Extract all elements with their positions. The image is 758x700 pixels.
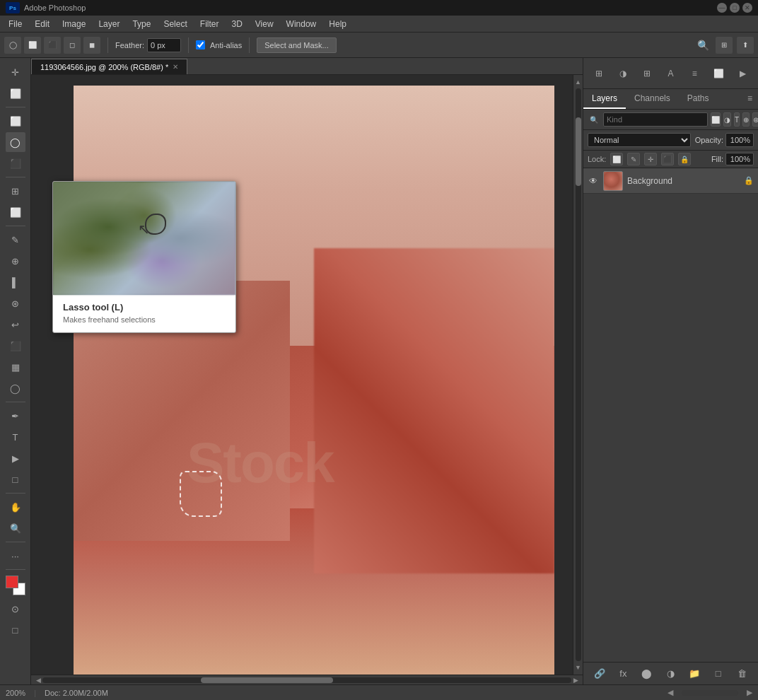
delete-layer-btn[interactable]: 🗑 bbox=[734, 666, 750, 682]
panel-color-icon[interactable]: ◑ bbox=[613, 64, 633, 83]
toolbar-tool-option2[interactable]: ⬛ bbox=[44, 37, 61, 54]
new-layer-btn[interactable]: □ bbox=[711, 666, 726, 682]
tab-channels[interactable]: Channels bbox=[626, 89, 679, 109]
maximize-button[interactable]: □ bbox=[730, 3, 740, 13]
search-button[interactable]: 🔍 bbox=[694, 37, 711, 54]
history-brush[interactable]: ↩ bbox=[6, 315, 25, 334]
menu-window[interactable]: Window bbox=[281, 17, 322, 31]
change-screen-mode[interactable]: □ bbox=[6, 620, 25, 640]
panel-align-icon[interactable]: ≡ bbox=[684, 64, 704, 83]
foreground-background-colors[interactable] bbox=[6, 576, 25, 595]
tab-paths[interactable]: Paths bbox=[679, 89, 718, 109]
layers-search-input[interactable] bbox=[603, 112, 708, 127]
select-mask-button[interactable]: Select and Mask... bbox=[257, 37, 337, 53]
toolbar-tool-option1[interactable]: ⬜ bbox=[24, 37, 41, 54]
lock-all-btn[interactable]: 🔒 bbox=[678, 153, 691, 165]
tab-layers[interactable]: Layers bbox=[583, 89, 626, 109]
filter-smart-btn[interactable]: ⊛ bbox=[752, 112, 758, 127]
lock-position-btn[interactable]: ✛ bbox=[644, 153, 657, 165]
menu-help[interactable]: Help bbox=[323, 17, 352, 31]
window-controls[interactable]: — □ ✕ bbox=[717, 3, 752, 13]
filter-pixel-btn[interactable]: ⬜ bbox=[711, 112, 721, 127]
menu-filter[interactable]: Filter bbox=[194, 17, 225, 31]
filter-shape-btn[interactable]: ⊕ bbox=[742, 112, 750, 127]
marquee-tool[interactable]: ⬜ bbox=[6, 111, 25, 131]
minimize-button[interactable]: — bbox=[717, 3, 727, 13]
quick-mask-btn[interactable]: ⊙ bbox=[6, 599, 25, 619]
filter-adj-btn[interactable]: ◑ bbox=[723, 112, 731, 127]
canvas-vscrollbar[interactable]: ▲ ▼ bbox=[573, 75, 583, 675]
panel-learn-icon[interactable]: ▶ bbox=[733, 64, 752, 83]
canvas-tab-active[interactable]: 1193064566.jpg @ 200% (RGB/8#) * ✕ bbox=[31, 59, 187, 74]
foreground-color[interactable] bbox=[6, 576, 18, 588]
dodge-tool[interactable]: ◯ bbox=[6, 378, 25, 398]
workspace-button[interactable]: ⊞ bbox=[716, 37, 733, 54]
eraser-tool[interactable]: ⬛ bbox=[6, 336, 25, 356]
artboard-tool[interactable]: ⬜ bbox=[6, 83, 25, 103]
menu-file[interactable]: File bbox=[3, 17, 28, 31]
antialias-checkbox[interactable] bbox=[196, 40, 205, 49]
hand-tool[interactable]: ✋ bbox=[6, 497, 25, 517]
hscroll-thumb[interactable] bbox=[201, 677, 333, 683]
panel-layer-comp-icon[interactable]: ⬜ bbox=[709, 64, 728, 83]
panel-char-icon[interactable]: A bbox=[661, 64, 681, 83]
pen-tool[interactable]: ✒ bbox=[6, 406, 25, 426]
move-tool[interactable]: ✛ bbox=[6, 62, 25, 82]
gradient-tool[interactable]: ▦ bbox=[6, 357, 25, 377]
lock-artboard-btn[interactable]: ⬛ bbox=[661, 153, 674, 165]
layers-panel-menu[interactable]: ≡ bbox=[742, 89, 758, 109]
filter-text-btn[interactable]: T bbox=[734, 112, 740, 127]
add-mask-btn[interactable]: ⬤ bbox=[639, 666, 655, 682]
frame-tool[interactable]: ⬜ bbox=[6, 202, 25, 222]
share-button[interactable]: ⬆ bbox=[737, 37, 754, 54]
blend-mode-select[interactable]: Normal Multiply Screen bbox=[588, 133, 691, 147]
feather-input[interactable] bbox=[147, 38, 181, 52]
add-group-btn[interactable]: 📁 bbox=[687, 666, 702, 682]
panel-history-icon[interactable]: ⊞ bbox=[637, 64, 657, 83]
menu-layer[interactable]: Layer bbox=[93, 17, 125, 31]
canvas-hscrollbar[interactable]: ◀ ▶ bbox=[31, 675, 583, 684]
vscroll-up-arrow[interactable]: ▲ bbox=[574, 78, 583, 86]
menu-edit[interactable]: Edit bbox=[29, 17, 55, 31]
add-style-btn[interactable]: fx bbox=[615, 666, 631, 682]
hscroll-track[interactable] bbox=[42, 677, 571, 683]
panel-arrange-icon[interactable]: ⊞ bbox=[589, 64, 609, 83]
vscroll-thumb[interactable] bbox=[576, 117, 581, 186]
menu-3d[interactable]: 3D bbox=[226, 17, 247, 31]
opacity-input[interactable] bbox=[725, 133, 754, 147]
lock-paint-btn[interactable]: ✎ bbox=[627, 153, 640, 165]
toolbar-tool-option3[interactable]: ◻ bbox=[64, 37, 81, 54]
zoom-tool[interactable]: 🔍 bbox=[6, 518, 25, 538]
hscroll-left-arrow[interactable]: ◀ bbox=[34, 676, 42, 684]
tab-close-button[interactable]: ✕ bbox=[173, 63, 178, 71]
layer-item-background[interactable]: 👁 Background 🔒 bbox=[583, 168, 758, 194]
scroll-right-btn[interactable]: ▶ bbox=[747, 688, 752, 697]
magic-wand-tool[interactable]: ⬛ bbox=[6, 153, 25, 173]
menu-type[interactable]: Type bbox=[127, 17, 156, 31]
text-tool[interactable]: T bbox=[6, 427, 25, 447]
vscroll-down-arrow[interactable]: ▼ bbox=[574, 663, 583, 672]
brush-tool[interactable]: ▌ bbox=[6, 272, 25, 292]
more-tools[interactable]: ··· bbox=[6, 546, 25, 566]
menu-view[interactable]: View bbox=[250, 17, 279, 31]
hscroll-right-arrow[interactable]: ▶ bbox=[571, 676, 580, 684]
menu-image[interactable]: Image bbox=[57, 17, 91, 31]
path-select-tool[interactable]: ▶ bbox=[6, 448, 25, 468]
shape-tool[interactable]: □ bbox=[6, 469, 25, 489]
eyedropper-tool[interactable]: ✎ bbox=[6, 230, 25, 250]
fill-input[interactable] bbox=[725, 153, 754, 165]
scroll-left-btn[interactable]: ◀ bbox=[667, 688, 673, 697]
lasso-tool[interactable]: ◯ bbox=[6, 132, 25, 152]
heal-tool[interactable]: ⊕ bbox=[6, 251, 25, 271]
lock-transparent-btn[interactable]: ⬜ bbox=[610, 153, 623, 165]
menu-select[interactable]: Select bbox=[158, 17, 192, 31]
crop-tool[interactable]: ⊞ bbox=[6, 181, 25, 201]
clone-tool[interactable]: ⊛ bbox=[6, 293, 25, 313]
vscroll-track[interactable] bbox=[576, 88, 581, 661]
link-layers-btn[interactable]: 🔗 bbox=[592, 666, 607, 682]
toolbar-tool-option4[interactable]: ◼ bbox=[83, 37, 100, 54]
close-button[interactable]: ✕ bbox=[742, 3, 752, 13]
layer-visibility-toggle[interactable]: 👁 bbox=[588, 175, 599, 187]
add-adjustment-btn[interactable]: ◑ bbox=[663, 666, 678, 682]
canvas-container[interactable]: Stock ↖ Lasso tool (L) Makes freehand se… bbox=[31, 75, 583, 675]
